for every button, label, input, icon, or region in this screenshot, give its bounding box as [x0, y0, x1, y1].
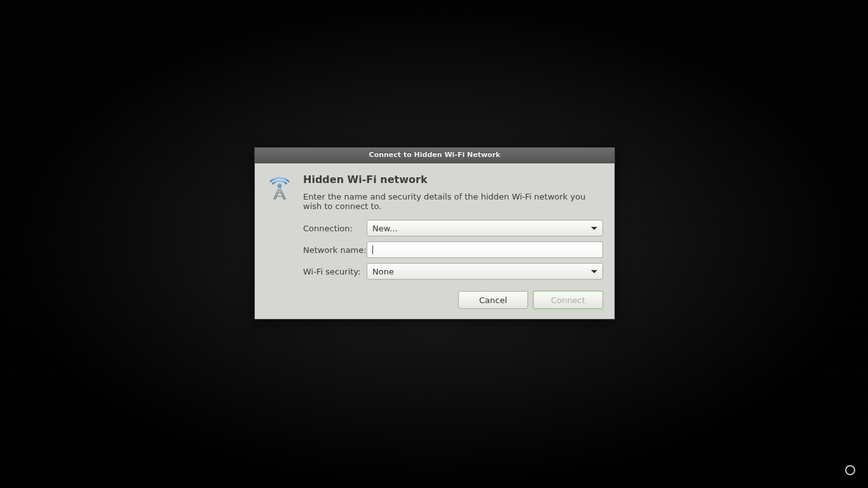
- desktop-background: Connect to Hidden Wi-Fi Network: [0, 0, 868, 488]
- wifi-security-combo[interactable]: None: [367, 263, 603, 280]
- dialog-titlebar[interactable]: Connect to Hidden Wi-Fi Network: [255, 147, 614, 163]
- hidden-wifi-dialog: Connect to Hidden Wi-Fi Network: [254, 147, 615, 320]
- cancel-button-label: Cancel: [479, 295, 507, 305]
- activity-indicator-icon: [845, 465, 855, 475]
- network-name-label: Network name:: [303, 245, 367, 255]
- dialog-header-row: Hidden Wi-Fi network Enter the name and …: [266, 172, 603, 220]
- connect-button[interactable]: Connect: [533, 291, 603, 309]
- dialog-header-text: Hidden Wi-Fi network Enter the name and …: [303, 172, 603, 220]
- chevron-down-icon: [591, 227, 597, 230]
- network-name-field[interactable]: [373, 245, 597, 255]
- chevron-down-icon: [591, 270, 597, 273]
- connect-button-label: Connect: [551, 295, 585, 305]
- dialog-title-text: Connect to Hidden Wi-Fi Network: [369, 151, 501, 159]
- cancel-button[interactable]: Cancel: [458, 291, 528, 309]
- connection-label: Connection:: [303, 224, 367, 233]
- form-row-wifi-security: Wi-Fi security: None: [303, 263, 603, 280]
- dialog-description: Enter the name and security details of t…: [303, 192, 603, 211]
- dialog-heading: Hidden Wi-Fi network: [303, 173, 603, 186]
- wifi-tower-icon: [266, 172, 293, 202]
- dialog-body: Hidden Wi-Fi network Enter the name and …: [255, 163, 614, 319]
- wifi-security-label: Wi-Fi security:: [303, 267, 367, 276]
- form-row-network-name: Network name:: [303, 241, 603, 258]
- dialog-button-row: Cancel Connect: [266, 291, 603, 309]
- connection-combo[interactable]: New...: [367, 220, 603, 236]
- network-name-input[interactable]: [367, 241, 603, 258]
- connection-combo-value: New...: [372, 224, 398, 233]
- wifi-security-combo-value: None: [372, 267, 394, 276]
- form-row-connection: Connection: New...: [303, 220, 603, 236]
- wifi-form: Connection: New... Network name:: [303, 220, 603, 280]
